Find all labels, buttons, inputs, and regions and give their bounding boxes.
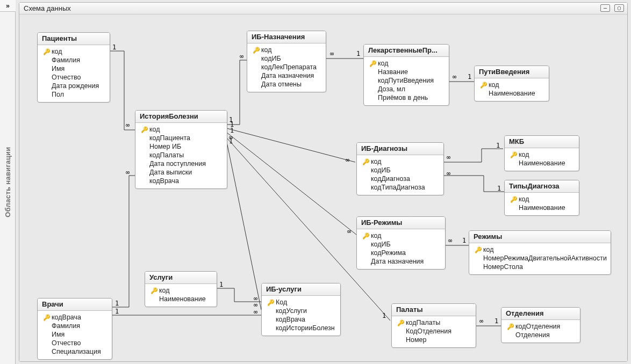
table-title: ИБ-Диагнозы	[357, 143, 443, 155]
field: код	[159, 287, 170, 294]
field: КодОтделения	[406, 327, 451, 335]
table-drugs[interactable]: ЛекарственныеПр... 🔑код Название кодПути…	[363, 44, 449, 106]
table-wards[interactable]: Палаты 🔑кодПалаты КодОтделения Номер	[391, 303, 476, 348]
field: Фамилия	[52, 56, 80, 64]
relationships-window: Схема данных — ▢ 1∞ 1∞ ∞1 ∞1 1∞ ∞1	[19, 2, 628, 362]
svg-text:1: 1	[496, 142, 500, 149]
field: кодРежима	[371, 249, 406, 257]
field: кодВрача	[52, 314, 81, 321]
field: кодТипаДиагноза	[371, 184, 425, 191]
table-title: МКБ	[505, 136, 579, 148]
svg-text:∞: ∞	[254, 295, 257, 302]
key-icon: 🔑	[510, 151, 518, 158]
nav-toggle-button[interactable]: »	[0, 0, 16, 12]
field: Дата выписки	[149, 169, 192, 176]
svg-text:1: 1	[229, 137, 233, 145]
svg-text:∞: ∞	[479, 317, 483, 325]
key-icon: 🔑	[475, 246, 482, 253]
key-icon: 🔑	[253, 47, 260, 54]
key-icon: 🔑	[507, 323, 514, 330]
svg-text:∞: ∞	[453, 73, 456, 81]
table-mkb[interactable]: МКБ 🔑код Наименование	[504, 135, 579, 171]
field: Отчество	[52, 339, 81, 347]
table-routes[interactable]: ПутиВведения 🔑код Наименование	[474, 65, 549, 101]
key-icon: 🔑	[141, 126, 148, 133]
field: Дата рождения	[52, 82, 99, 90]
table-title: ИБ-Режимы	[357, 217, 445, 229]
key-icon: 🔑	[267, 299, 275, 306]
field: код	[519, 195, 529, 203]
svg-text:1: 1	[115, 308, 119, 315]
key-icon: 🔑	[397, 319, 405, 326]
table-modes[interactable]: Режимы 🔑код НомерРежимаДвигательнойАктив…	[469, 230, 611, 275]
svg-text:1: 1	[468, 73, 471, 81]
field: Дата отмены	[261, 81, 302, 88]
window-minimize-button[interactable]: —	[600, 4, 610, 12]
field: Наименование	[159, 295, 206, 303]
field: Дата поступления	[149, 160, 206, 168]
window-titlebar[interactable]: Схема данных — ▢	[19, 3, 627, 14]
table-history[interactable]: ИсторияБолезни 🔑код кодПациента Номер ИБ…	[135, 110, 227, 189]
field: Наименование	[489, 90, 535, 97]
field: код	[371, 158, 382, 165]
svg-text:∞: ∞	[254, 301, 257, 309]
table-ib-modes[interactable]: ИБ-Режимы 🔑код кодИБ кодРежима Дата назн…	[356, 216, 446, 270]
field: Номер	[406, 336, 426, 344]
svg-text:∞: ∞	[254, 308, 257, 316]
field: Пол	[52, 91, 64, 98]
table-ib-services[interactable]: ИБ-услуги 🔑Код кодУслуги кодВрача кодИст…	[261, 283, 341, 336]
table-doctors[interactable]: Врачи 🔑кодВрача Фамилия Имя Отчество Спе…	[37, 298, 112, 360]
field: Наименование	[519, 159, 565, 167]
svg-text:∞: ∞	[346, 156, 349, 164]
svg-text:1: 1	[229, 116, 233, 123]
field: код	[483, 246, 494, 253]
navigation-pane: » Область навигации	[0, 0, 16, 364]
table-title: ИБ-услуги	[262, 283, 340, 296]
table-patients[interactable]: Пациенты 🔑код Фамилия Имя Отчество Дата …	[37, 32, 110, 103]
table-title: ИсторияБолезни	[135, 111, 227, 123]
field: кодИБ	[371, 166, 391, 174]
field: Номер ИБ	[149, 143, 181, 150]
table-ib-assign[interactable]: ИБ-Назначения 🔑код кодИБ кодЛекПрепарата…	[247, 31, 326, 92]
diagram-canvas[interactable]: 1∞ 1∞ ∞1 ∞1 1∞ ∞1 ∞1 1∞ ∞1	[19, 14, 627, 361]
svg-text:1: 1	[494, 317, 498, 325]
field: НомерСтола	[483, 263, 523, 271]
field: Доза, мл	[378, 85, 405, 93]
field: кодДиагноза	[371, 175, 410, 183]
table-title: Услуги	[145, 272, 217, 284]
table-services[interactable]: Услуги 🔑код Наименование	[145, 271, 217, 307]
window-title-text: Схема данных	[24, 4, 71, 12]
svg-text:∞: ∞	[447, 154, 450, 161]
key-icon: 🔑	[510, 196, 518, 203]
key-icon: 🔑	[362, 158, 370, 165]
table-diag-types[interactable]: ТипыДиагноза 🔑код Наименование	[504, 180, 579, 216]
field: код	[489, 81, 499, 89]
field: кодПациента	[149, 134, 190, 142]
field: кодИБ	[261, 55, 281, 62]
window-buttons: — ▢	[600, 4, 624, 12]
field: кодИБ	[371, 241, 391, 248]
key-icon: 🔑	[480, 82, 487, 89]
field: кодВрача	[149, 177, 179, 185]
field: кодЛекПрепарата	[261, 63, 317, 71]
table-title: ТипыДиагноза	[505, 180, 579, 193]
key-icon: 🔑	[369, 60, 377, 67]
field: кодПалаты	[149, 151, 184, 159]
field: Дата назначения	[371, 258, 424, 265]
field: код	[149, 126, 160, 133]
field: Дата назначения	[261, 72, 314, 79]
field: код	[371, 232, 382, 239]
table-ib-diag[interactable]: ИБ-Диагнозы 🔑код кодИБ кодДиагноза кодТи…	[356, 142, 444, 195]
table-title: ИБ-Назначения	[247, 31, 326, 43]
maximize-icon: ▢	[618, 5, 621, 11]
window-maximize-button[interactable]: ▢	[614, 4, 624, 12]
table-title: Режимы	[469, 231, 611, 243]
svg-text:1: 1	[356, 50, 360, 57]
svg-text:∞: ∞	[447, 170, 450, 177]
field: Приёмов в день	[378, 94, 428, 101]
table-departments[interactable]: Отделения 🔑кодОтделения Отделения	[501, 307, 580, 343]
nav-toggle-icon: »	[6, 2, 10, 10]
nav-label: Область навигации	[4, 147, 12, 217]
field: кодВрача	[276, 316, 305, 323]
key-icon: 🔑	[43, 48, 51, 55]
